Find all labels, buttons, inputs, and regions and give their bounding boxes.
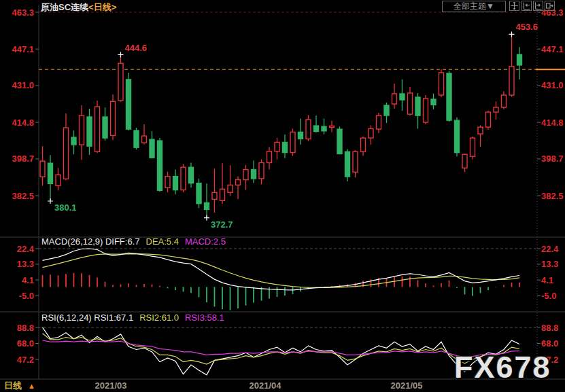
- svg-text:13.3: 13.3: [17, 259, 34, 269]
- collapse-arrow-icon[interactable]: ▲: [28, 382, 35, 390]
- price-annotations: 444.6453.6380.1372.7: [48, 22, 538, 229]
- macd-layer: [43, 249, 520, 310]
- instrument-title: 原油SC连续<日线>: [41, 1, 116, 14]
- x-axis-label-march: 2021/03: [95, 380, 127, 391]
- chart-app-window: 444.6453.6380.1372.7463.3463.3447.1447.1…: [0, 0, 565, 392]
- svg-text:414.8: 414.8: [12, 118, 34, 128]
- svg-text:4.1: 4.1: [22, 275, 34, 285]
- svg-text:398.7: 398.7: [12, 154, 34, 164]
- macd-params-diff-label: MACD(26,12,9) DIFF:6.7: [41, 236, 140, 247]
- shift-pane-right-icon[interactable]: [545, 1, 555, 11]
- svg-text:22.4: 22.4: [541, 244, 559, 254]
- macd-dea-label: DEA:5.4: [146, 236, 179, 247]
- chart-canvas[interactable]: 444.6453.6380.1372.7463.3463.3447.1447.1…: [0, 0, 565, 392]
- rsi-panel-header: RSI(6,12,24) RSI1:67.1RSI2:61.0RSI3:58.1: [41, 313, 224, 323]
- svg-text:22.4: 22.4: [17, 244, 35, 254]
- rsi2-label: RSI2:61.0: [139, 313, 179, 323]
- svg-text:398.7: 398.7: [541, 154, 564, 164]
- svg-text:382.5: 382.5: [541, 191, 564, 201]
- theme-dropdown-button[interactable]: 全部主题▼: [442, 1, 506, 12]
- x-axis-label-may: 2021/05: [391, 380, 423, 391]
- svg-text:447.1: 447.1: [12, 44, 34, 54]
- svg-text:68.0: 68.0: [541, 338, 558, 349]
- svg-text:382.5: 382.5: [12, 191, 34, 201]
- svg-text:431.0: 431.0: [541, 80, 564, 90]
- panel-frame: [0, 5, 565, 379]
- pan-crosshair-icon[interactable]: [509, 1, 519, 11]
- svg-text:431.0: 431.0: [12, 80, 34, 90]
- scale-axis-right-icon[interactable]: [533, 1, 543, 11]
- svg-text:88.8: 88.8: [17, 323, 34, 333]
- scale-axis-left-icon[interactable]: [521, 1, 532, 11]
- svg-text:13.3: 13.3: [541, 259, 558, 269]
- svg-text:47.2: 47.2: [17, 355, 34, 365]
- period-label[interactable]: 日线: [4, 380, 22, 391]
- svg-text:453.6: 453.6: [516, 22, 538, 32]
- rsi-params-rsi1-label: RSI(6,12,24) RSI1:67.1: [41, 313, 133, 323]
- svg-text:4.1: 4.1: [541, 275, 553, 285]
- rsi3-label: RSI3:58.1: [185, 313, 224, 323]
- macd-macd-label: MACD:2.5: [185, 236, 226, 247]
- svg-text:-5.0: -5.0: [541, 291, 556, 301]
- fx678-watermark: FX678: [454, 350, 551, 385]
- svg-text:372.7: 372.7: [211, 219, 233, 230]
- svg-text:68.0: 68.0: [17, 338, 34, 349]
- candles-layer: [40, 34, 522, 217]
- svg-text:447.1: 447.1: [541, 44, 564, 54]
- period-selector[interactable]: 日线▲: [4, 380, 35, 392]
- svg-text:414.8: 414.8: [541, 118, 564, 128]
- axis-labels: 463.3463.3447.1447.1431.0431.0414.8414.8…: [12, 7, 563, 365]
- svg-text:-5.0: -5.0: [19, 291, 34, 301]
- instrument-name: 原油SC连续: [41, 2, 88, 12]
- rsi-layer: [43, 327, 520, 375]
- svg-text:463.3: 463.3: [12, 7, 34, 18]
- svg-text:444.6: 444.6: [125, 43, 148, 53]
- timeframe-tag: <日线>: [88, 2, 116, 12]
- macd-panel-header: MACD(26,12,9) DIFF:6.7DEA:5.4MACD:2.5: [41, 236, 226, 247]
- svg-text:380.1: 380.1: [54, 202, 77, 213]
- x-axis-label-april: 2021/04: [250, 380, 281, 391]
- svg-text:88.8: 88.8: [541, 323, 558, 333]
